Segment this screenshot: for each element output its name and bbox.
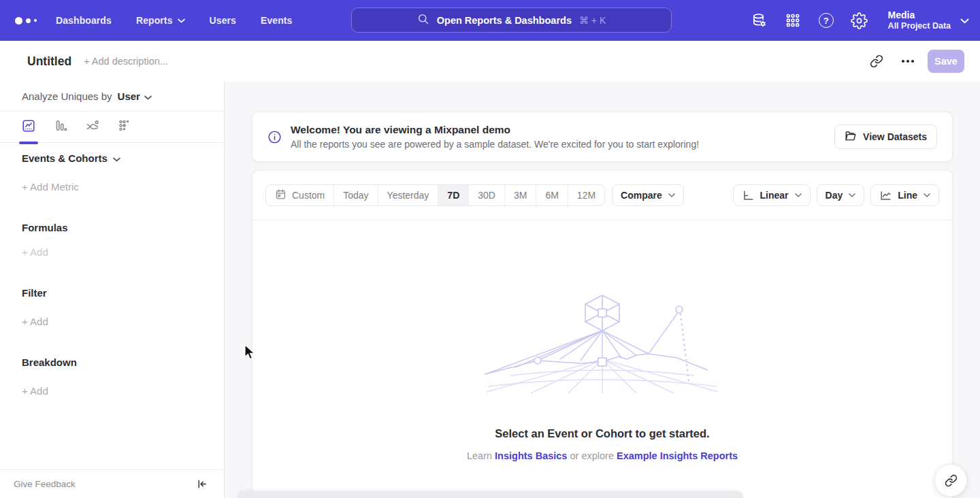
analyze-label: Analyze Uniques by [22, 90, 112, 102]
range-yesterday[interactable]: Yesterday [378, 185, 438, 205]
bottom-sheet-peek[interactable] [237, 491, 743, 498]
folder-icon [845, 130, 857, 144]
view-datasets-button[interactable]: View Datasets [834, 124, 937, 149]
visualization-tabs [0, 112, 224, 143]
chevron-down-icon [144, 90, 152, 102]
nav-item-reports[interactable]: Reports [136, 15, 185, 26]
chart-type-selector-button[interactable]: Line [870, 184, 939, 206]
date-range-segmented-control: Custom Today Yesterday 7D 30D 3M 6M 12M [265, 184, 605, 206]
tab-retention[interactable] [116, 112, 133, 143]
collapse-sidebar-icon[interactable] [196, 478, 208, 490]
insights-chart-icon [21, 118, 36, 136]
add-formula-button[interactable]: + Add [22, 246, 48, 258]
add-metric-button[interactable]: + Add Metric [22, 181, 79, 193]
insights-basics-link[interactable]: Insights Basics [495, 450, 567, 461]
banner-title: Welcome! You are viewing a Mixpanel demo [291, 124, 699, 136]
range-7d[interactable]: 7D [438, 185, 468, 205]
nav-item-users[interactable]: Users [210, 15, 236, 26]
example-reports-link[interactable]: Example Insights Reports [617, 450, 738, 461]
share-link-floating-button[interactable] [934, 464, 967, 497]
app-window: Dashboards Reports Users Events Open Rep… [0, 0, 980, 498]
report-header: Untitled + Add description... Save [0, 41, 980, 82]
chevron-down-icon [960, 14, 969, 27]
chevron-down-icon [924, 193, 930, 197]
welcome-banner: Welcome! You are viewing a Mixpanel demo… [252, 112, 953, 162]
range-6m[interactable]: 6M [536, 185, 567, 205]
range-today[interactable]: Today [333, 185, 377, 205]
global-search-button[interactable]: Open Reports & Dashboards ⌘ + K [351, 7, 672, 33]
main-content: Welcome! You are viewing a Mixpanel demo… [225, 82, 980, 498]
add-filter-button[interactable]: + Add [22, 316, 48, 327]
chart-toolbar: Custom Today Yesterday 7D 30D 3M 6M 12M … [252, 171, 952, 220]
chevron-down-icon [668, 193, 675, 197]
compare-button[interactable]: Compare [612, 184, 684, 206]
events-cohorts-header[interactable]: Events & Cohorts [22, 152, 120, 164]
settings-gear-icon[interactable] [851, 12, 868, 29]
flows-icon [85, 118, 100, 136]
chevron-down-icon [849, 193, 855, 197]
banner-subtitle: All the reports you see are powered by a… [291, 139, 699, 150]
apps-grid-icon[interactable] [784, 12, 802, 29]
range-custom[interactable]: Custom [266, 185, 333, 205]
line-chart-icon [879, 189, 892, 202]
chart-display-controls: Linear Day Line [733, 184, 939, 206]
interval-selector-button[interactable]: Day [817, 184, 865, 206]
mixpanel-logo-icon[interactable] [15, 17, 38, 24]
give-feedback-link[interactable]: Give Feedback [14, 479, 76, 489]
search-placeholder: Open Reports & Dashboards [437, 15, 572, 26]
tab-insights[interactable] [20, 112, 37, 143]
more-options-icon[interactable] [896, 50, 919, 73]
tab-flows[interactable] [84, 112, 101, 143]
analyze-row: Analyze Uniques by User [0, 82, 224, 112]
project-name: Media [888, 10, 951, 21]
retention-dots-icon [117, 118, 132, 136]
query-sidebar: Analyze Uniques by User [0, 82, 225, 498]
range-30d[interactable]: 30D [468, 185, 504, 205]
empty-state-illustration [473, 291, 732, 393]
nav-item-events[interactable]: Events [261, 15, 293, 26]
search-icon [417, 13, 429, 28]
nav-item-dashboards[interactable]: Dashboards [56, 15, 112, 26]
report-title[interactable]: Untitled [27, 54, 71, 69]
sidebar-footer: Give Feedback [0, 469, 224, 498]
add-breakdown-button[interactable]: + Add [22, 385, 48, 397]
range-12m[interactable]: 12M [568, 185, 604, 205]
search-shortcut: ⌘ + K [579, 15, 606, 26]
nav-right-group: ? Media All Project Data [751, 0, 969, 41]
project-switcher[interactable]: Media All Project Data [888, 10, 969, 31]
save-button[interactable]: Save [928, 50, 964, 73]
breakdown-header: Breakdown [22, 356, 77, 368]
analyze-value-dropdown[interactable]: User [118, 90, 152, 102]
report-header-actions: Save [865, 50, 964, 73]
formulas-header: Formulas [22, 222, 68, 233]
chevron-down-icon [795, 193, 802, 197]
top-nav: Dashboards Reports Users Events Open Rep… [0, 0, 980, 41]
bar-chart-icon [53, 118, 68, 136]
scale-selector-button[interactable]: Linear [733, 184, 811, 206]
empty-state: Select an Event or Cohort to get started… [252, 220, 952, 498]
help-icon[interactable]: ? [817, 12, 835, 29]
report-card: Custom Today Yesterday 7D 30D 3M 6M 12M … [252, 170, 953, 498]
axis-scale-icon [742, 189, 755, 202]
tab-bar-chart[interactable] [52, 112, 69, 143]
copy-link-icon[interactable] [865, 50, 888, 73]
range-3m[interactable]: 3M [504, 185, 536, 205]
report-description-placeholder[interactable]: + Add description... [84, 56, 168, 67]
calendar-icon [275, 188, 287, 202]
body: Analyze Uniques by User [0, 82, 980, 498]
empty-state-title: Select an Event or Cohort to get started… [495, 427, 709, 440]
primary-nav: Dashboards Reports Users Events [56, 15, 292, 26]
filter-header: Filter [22, 287, 47, 299]
data-management-icon[interactable] [751, 12, 768, 29]
chevron-down-icon [178, 18, 185, 23]
project-subtitle: All Project Data [888, 21, 951, 31]
info-icon [267, 130, 282, 144]
empty-state-links: Learn Insights Basics or explore Example… [467, 450, 738, 461]
chevron-down-icon [113, 152, 120, 164]
